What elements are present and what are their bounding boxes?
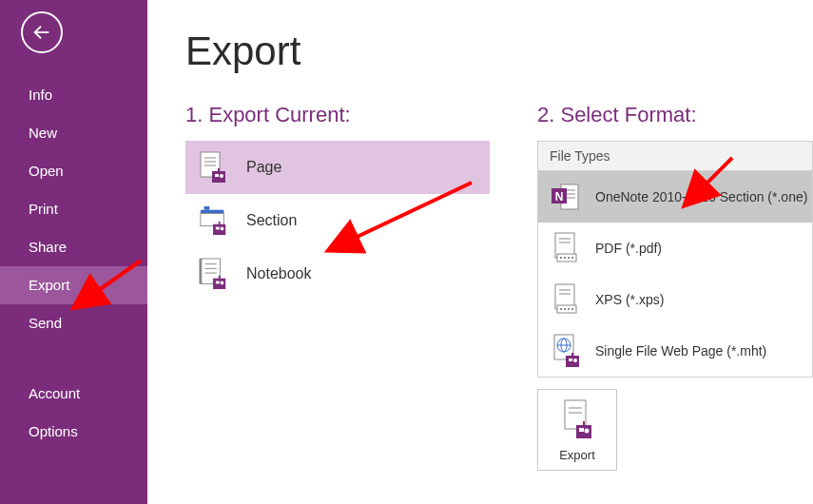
svg-rect-38	[571, 257, 573, 259]
format-option-label: PDF (*.pdf)	[595, 241, 662, 256]
xps-icon	[550, 281, 582, 318]
format-option-mht[interactable]: Single File Web Page (*.mht)	[538, 325, 812, 377]
svg-rect-36	[564, 257, 566, 259]
export-button[interactable]: Export	[537, 389, 617, 471]
svg-rect-52	[571, 353, 573, 356]
export-option-label: Section	[246, 212, 297, 229]
svg-point-24	[221, 281, 224, 285]
svg-rect-35	[560, 257, 562, 259]
svg-rect-59	[583, 421, 585, 425]
sidebar-item-send[interactable]: Send	[0, 304, 147, 342]
sidebar-item-export[interactable]: Export	[0, 266, 147, 304]
svg-rect-45	[568, 308, 570, 310]
svg-rect-13	[219, 222, 221, 224]
svg-rect-6	[218, 168, 220, 171]
section-icon	[199, 204, 229, 238]
svg-text:N: N	[555, 190, 564, 204]
mht-icon	[550, 333, 582, 369]
svg-point-8	[220, 174, 223, 178]
onenote-icon: N	[550, 179, 582, 215]
svg-rect-46	[571, 308, 573, 310]
svg-rect-23	[216, 281, 220, 284]
page-title: Export	[185, 29, 813, 74]
svg-rect-7	[215, 174, 219, 177]
sidebar-item-label: Share	[29, 239, 67, 255]
sidebar-item-label: Send	[29, 315, 62, 331]
svg-point-61	[585, 428, 590, 433]
export-option-notebook[interactable]: Notebook	[185, 247, 490, 300]
svg-rect-9	[201, 210, 223, 214]
back-button[interactable]	[21, 11, 63, 53]
svg-rect-12	[213, 224, 225, 235]
sidebar-item-label: Open	[29, 163, 64, 179]
sidebar-item-info[interactable]: Info	[0, 76, 147, 114]
svg-rect-22	[219, 276, 221, 279]
step1-heading: 1. Export Current:	[185, 103, 490, 127]
backstage-sidebar: Info New Open Print Share Export Send Ac…	[0, 0, 147, 504]
sidebar-item-label: Account	[29, 385, 80, 401]
svg-point-15	[221, 227, 224, 231]
format-list: File Types N OneNote	[537, 141, 813, 378]
step2-heading: 2. Select Format:	[537, 103, 813, 127]
export-option-page[interactable]: Page	[185, 141, 490, 194]
export-option-label: Notebook	[246, 265, 312, 282]
svg-rect-53	[569, 359, 572, 361]
svg-rect-14	[216, 227, 220, 230]
svg-rect-60	[579, 428, 584, 432]
sidebar-item-label: Info	[29, 87, 52, 103]
svg-rect-10	[204, 206, 210, 210]
sidebar-item-options[interactable]: Options	[0, 413, 147, 451]
format-option-label: OneNote 2010-2016 Section (*.one)	[595, 189, 807, 204]
sidebar-item-print[interactable]: Print	[0, 190, 147, 228]
sidebar-item-account[interactable]: Account	[0, 375, 147, 413]
sidebar-item-label: Print	[29, 201, 58, 217]
format-option-pdf[interactable]: PDF (*.pdf)	[538, 223, 812, 274]
export-button-label: Export	[559, 448, 595, 462]
back-arrow-icon	[31, 22, 52, 43]
format-option-onenote[interactable]: N OneNote 2010-2016 Section (*.one)	[538, 171, 812, 223]
page-icon	[199, 150, 229, 184]
svg-point-54	[573, 359, 577, 362]
svg-rect-21	[213, 279, 225, 289]
format-option-label: XPS (*.xps)	[595, 292, 664, 307]
backstage-main: Export 1. Export Current:	[147, 0, 813, 504]
svg-rect-11	[201, 213, 223, 225]
svg-rect-55	[565, 400, 586, 429]
sidebar-item-share[interactable]: Share	[0, 228, 147, 266]
format-group-label: File Types	[538, 142, 812, 171]
pdf-icon	[550, 230, 582, 266]
svg-rect-43	[560, 308, 562, 310]
export-icon	[559, 398, 595, 440]
sidebar-item-label: New	[29, 125, 57, 141]
svg-rect-44	[564, 308, 566, 310]
sidebar-item-new[interactable]: New	[0, 114, 147, 152]
svg-rect-37	[568, 257, 570, 259]
format-option-xps[interactable]: XPS (*.xps)	[538, 274, 812, 325]
sidebar-item-label: Export	[29, 277, 69, 293]
format-option-label: Single File Web Page (*.mht)	[595, 343, 766, 359]
notebook-icon	[199, 257, 229, 291]
export-option-label: Page	[246, 159, 281, 176]
sidebar-item-open[interactable]: Open	[0, 152, 147, 190]
sidebar-item-label: Options	[29, 423, 78, 439]
export-option-section[interactable]: Section	[185, 194, 490, 247]
